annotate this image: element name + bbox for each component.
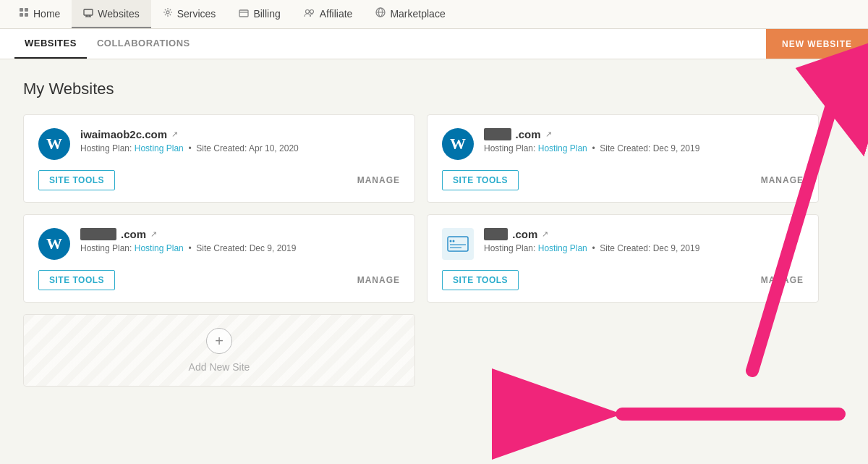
- hosting-plan-link-2[interactable]: Hosting Plan: [538, 143, 587, 153]
- site-tools-button-2[interactable]: SITE TOOLS: [442, 170, 519, 190]
- site-card-bottom-3: SITE TOOLS MANAGE: [38, 270, 400, 290]
- site-tld-2: .com: [516, 128, 541, 140]
- add-site-circle: +: [206, 328, 232, 354]
- site-name-row-4: .com ↗: [484, 228, 804, 240]
- tab-websites[interactable]: WEBSITES: [14, 29, 87, 59]
- site-card-top-3: W .com ↗ Hosting Plan: Hosting Plan • Si…: [38, 228, 400, 260]
- nav-websites[interactable]: Websites: [72, 0, 150, 28]
- billing-icon: [239, 8, 249, 20]
- site-info-1: iwaimaob2c.com ↗ Hosting Plan: Hosting P…: [80, 128, 400, 153]
- site-name-row-3: .com ↗: [80, 228, 400, 240]
- site-meta-2: Hosting Plan: Hosting Plan • Site Create…: [484, 143, 804, 153]
- manage-button-2[interactable]: MANAGE: [761, 175, 804, 185]
- site-name-2: [484, 128, 511, 140]
- svg-point-8: [166, 11, 169, 14]
- site-tools-button-4[interactable]: SITE TOOLS: [442, 270, 519, 290]
- svg-rect-3: [25, 13, 28, 17]
- wordpress-logo-1: W: [38, 128, 70, 160]
- manage-button-4[interactable]: MANAGE: [761, 275, 804, 285]
- site-card-top-1: W iwaimaob2c.com ↗ Hosting Plan: Hosting…: [38, 128, 400, 160]
- nav-services-label: Services: [177, 8, 216, 20]
- site-name-row-2: .com ↗: [484, 128, 804, 140]
- svg-rect-4: [84, 9, 93, 15]
- top-nav: Home Websites Services Billing Affiliate…: [0, 0, 868, 29]
- sub-nav: WEBSITES COLLABORATIONS NEW WEBSITE: [0, 29, 868, 59]
- site-card-top-2: W .com ↗ Hosting Plan: Hosting Plan • Si…: [442, 128, 804, 160]
- svg-point-12: [310, 9, 313, 13]
- site-name-row-1: iwaimaob2c.com ↗: [80, 128, 400, 140]
- nav-billing[interactable]: Billing: [227, 0, 292, 28]
- nav-websites-label: Websites: [98, 8, 139, 20]
- tab-collaborations[interactable]: COLLABORATIONS: [87, 29, 200, 59]
- site-name-1: iwaimaob2c.com: [80, 128, 167, 140]
- affiliate-icon: [304, 8, 315, 20]
- site-tools-button-3[interactable]: SITE TOOLS: [38, 270, 115, 290]
- svg-rect-2: [20, 13, 23, 17]
- site-card-4: .com ↗ Hosting Plan: Hosting Plan • Site…: [427, 214, 819, 303]
- site-card-bottom-2: SITE TOOLS MANAGE: [442, 170, 804, 190]
- main-content: My Websites W iwaimaob2c.com ↗ Hosting P…: [0, 59, 868, 464]
- site-meta-3: Hosting Plan: Hosting Plan • Site Create…: [80, 243, 400, 253]
- nav-affiliate-label: Affiliate: [320, 8, 353, 20]
- nav-home-label: Home: [33, 8, 60, 20]
- external-link-icon-3[interactable]: ↗: [150, 229, 157, 239]
- svg-rect-9: [239, 10, 248, 17]
- site-info-2: .com ↗ Hosting Plan: Hosting Plan • Site…: [484, 128, 804, 153]
- site-info-4: .com ↗ Hosting Plan: Hosting Plan • Site…: [484, 228, 804, 253]
- weebly-logo-4: [442, 228, 474, 260]
- nav-home[interactable]: Home: [7, 0, 72, 28]
- manage-button-1[interactable]: MANAGE: [357, 175, 400, 185]
- nav-marketplace[interactable]: Marketplace: [364, 0, 456, 28]
- site-card-top-4: .com ↗ Hosting Plan: Hosting Plan • Site…: [442, 228, 804, 260]
- site-tools-button-1[interactable]: SITE TOOLS: [38, 170, 115, 190]
- manage-button-3[interactable]: MANAGE: [357, 275, 400, 285]
- monitor-icon: [83, 8, 93, 20]
- external-link-icon-1[interactable]: ↗: [171, 130, 178, 139]
- hosting-plan-link-4[interactable]: Hosting Plan: [538, 243, 587, 253]
- services-icon: [163, 7, 173, 20]
- page-title: My Websites: [23, 80, 845, 98]
- new-website-button[interactable]: NEW WEBSITE: [766, 29, 868, 59]
- svg-rect-0: [20, 8, 23, 12]
- svg-rect-1: [25, 8, 28, 12]
- svg-point-11: [305, 9, 309, 13]
- add-site-card[interactable]: + Add New Site: [23, 314, 415, 387]
- site-name-3: [80, 228, 116, 240]
- hosting-plan-link-3[interactable]: Hosting Plan: [135, 243, 184, 253]
- marketplace-icon: [375, 7, 386, 20]
- nav-billing-label: Billing: [253, 8, 280, 20]
- site-card-bottom-1: SITE TOOLS MANAGE: [38, 170, 400, 190]
- site-name-4: [484, 228, 508, 240]
- hosting-plan-link-1[interactable]: Hosting Plan: [135, 143, 184, 153]
- external-link-icon-2[interactable]: ↗: [545, 130, 552, 139]
- site-card-2: W .com ↗ Hosting Plan: Hosting Plan • Si…: [427, 114, 819, 203]
- site-card-bottom-4: SITE TOOLS MANAGE: [442, 270, 804, 290]
- site-card-1: W iwaimaob2c.com ↗ Hosting Plan: Hosting…: [23, 114, 415, 203]
- svg-rect-16: [448, 237, 468, 251]
- site-info-3: .com ↗ Hosting Plan: Hosting Plan • Site…: [80, 228, 400, 253]
- external-link-icon-4[interactable]: ↗: [542, 229, 548, 239]
- svg-point-18: [453, 240, 455, 242]
- site-meta-1: Hosting Plan: Hosting Plan • Site Create…: [80, 143, 400, 153]
- site-meta-4: Hosting Plan: Hosting Plan • Site Create…: [484, 243, 804, 253]
- nav-marketplace-label: Marketplace: [390, 8, 445, 20]
- home-icon: [19, 7, 29, 20]
- websites-grid: W iwaimaob2c.com ↗ Hosting Plan: Hosting…: [23, 114, 819, 387]
- nav-affiliate[interactable]: Affiliate: [292, 0, 365, 28]
- site-tld-4: .com: [512, 228, 537, 240]
- nav-services[interactable]: Services: [151, 0, 228, 28]
- wordpress-logo-3: W: [38, 228, 70, 260]
- site-card-3: W .com ↗ Hosting Plan: Hosting Plan • Si…: [23, 214, 415, 303]
- svg-point-17: [450, 240, 452, 242]
- wordpress-logo-2: W: [442, 128, 474, 160]
- site-tld-3: .com: [121, 228, 146, 240]
- add-site-label: Add New Site: [189, 361, 250, 373]
